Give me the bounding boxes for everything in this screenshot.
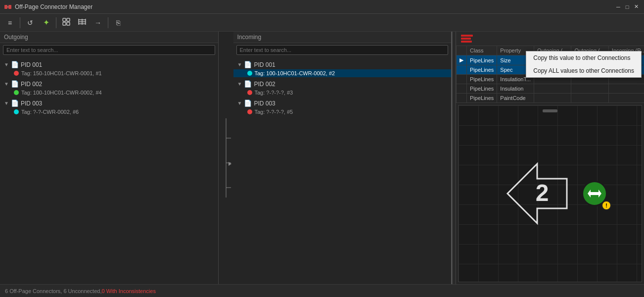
outgoing-tree: ▼ 📄 PID 001 Tag: 150-10HC01-CWR-0001, #1… <box>0 57 218 284</box>
row-class: PipeLines <box>467 84 497 94</box>
status-dot-red <box>247 109 252 114</box>
row-class: PipeLines <box>467 75 497 84</box>
row-class: PipeLines <box>467 94 497 103</box>
separator-2 <box>56 17 56 28</box>
incoming-item-1-1[interactable]: Tag: 100-10HC01-CWR-0002, #2 <box>233 69 452 77</box>
svg-marker-17 <box>229 162 231 166</box>
row-outgoing1 <box>534 84 571 94</box>
row-outgoing2 <box>571 84 608 94</box>
maximize-button[interactable]: □ <box>623 3 631 11</box>
svg-text:2: 2 <box>536 180 549 206</box>
tree-arrow: ▼ <box>4 62 9 67</box>
outgoing-group-header-1[interactable]: ▼ 📄 PID 001 <box>0 60 218 69</box>
status-dot-green <box>14 90 19 95</box>
row-arrow <box>457 94 467 103</box>
outgoing-group-header-2[interactable]: ▼ 📄 PID 002 <box>0 79 218 89</box>
col-arrow-header <box>457 46 467 55</box>
row-outgoing2 <box>571 94 608 103</box>
separator-1 <box>20 17 20 28</box>
copy-value-menu-item[interactable]: Copy this value to other Connections <box>526 51 641 64</box>
outgoing-header: Outgoing <box>0 32 218 43</box>
incoming-group-2: ▼ 📄 PID 002 Tag: ?-?-?-?, #3 <box>233 78 452 98</box>
tag-label: Tag: 100-10HC01-CWR-0002, #2 <box>255 70 335 76</box>
group-label-1: PID 001 <box>21 61 42 68</box>
row-class: PipeLines <box>467 55 497 65</box>
left-panels: Outgoing ▼ 📄 PID 001 Tag: 150-10HC01-CWR… <box>0 32 452 284</box>
separator-3 <box>108 17 108 28</box>
arrow-button[interactable]: → <box>91 16 105 30</box>
window-controls: ─ □ ✕ <box>614 3 640 11</box>
outgoing-group-header-3[interactable]: ▼ 📄 PID 003 <box>0 99 218 108</box>
incoming-item-3-1[interactable]: Tag: ?-?-?-?, #5 <box>233 108 452 116</box>
arrow-icon: → <box>94 19 101 27</box>
svg-rect-1 <box>8 5 11 9</box>
table-row[interactable]: PipeLines PaintCode <box>457 94 644 103</box>
preview-content: 2 ! <box>459 105 642 282</box>
row-incoming <box>608 84 644 94</box>
incoming-group-label-2: PID 002 <box>254 81 275 88</box>
tree-arrow: ▼ <box>237 62 242 67</box>
group-label-3: PID 003 <box>21 100 42 107</box>
outgoing-item-2-1[interactable]: Tag: 100-10HC01-CWR-0002, #4 <box>0 89 218 97</box>
outgoing-group-1: ▼ 📄 PID 001 Tag: 150-10HC01-CWR-0001, #1 <box>0 59 218 78</box>
minimize-button[interactable]: ─ <box>614 3 622 11</box>
outgoing-panel: Outgoing ▼ 📄 PID 001 Tag: 150-10HC01-CWR… <box>0 32 219 284</box>
status-dot-red <box>247 90 252 95</box>
outgoing-item-3-1[interactable]: Tag: ?-?-CWR-0002, #6 <box>0 108 218 116</box>
group-label-2: PID 002 <box>21 81 42 88</box>
status-dot-red <box>14 71 19 76</box>
outgoing-item-1-1[interactable]: Tag: 150-10HC01-CWR-0001, #1 <box>0 69 218 77</box>
svg-rect-5 <box>63 22 66 25</box>
incoming-group-label-1: PID 001 <box>254 61 275 68</box>
connector-svg: 2 <box>493 154 592 233</box>
tag-label: Tag: ?-?-CWR-0002, #6 <box>21 109 79 115</box>
outgoing-group-2: ▼ 📄 PID 002 Tag: 100-10HC01-CWR-0002, #4 <box>0 78 218 98</box>
icon-bar-1 <box>461 35 473 37</box>
row-outgoing1 <box>534 94 571 103</box>
folder-icon: 📄 <box>11 80 19 88</box>
svg-rect-0 <box>4 5 7 9</box>
copy-all-menu-item[interactable]: Copy ALL values to other Connections <box>526 64 641 77</box>
incoming-search[interactable] <box>236 45 449 55</box>
tag-label: Tag: 100-10HC01-CWR-0002, #4 <box>21 90 102 96</box>
icon-bar-2 <box>461 38 471 40</box>
menu-button[interactable]: ≡ <box>3 16 17 30</box>
add-icon: ✦ <box>43 18 49 27</box>
row-property: Insulation <box>497 84 534 94</box>
copy-button[interactable]: ⎘ <box>111 16 125 30</box>
status-dot-cyan <box>14 109 19 114</box>
grid1-button[interactable] <box>59 16 73 30</box>
connector-arrow-area <box>219 32 233 284</box>
main-content: Outgoing ▼ 📄 PID 001 Tag: 150-10HC01-CWR… <box>0 32 644 284</box>
folder-icon: 📄 <box>244 80 252 88</box>
app-icon <box>4 3 12 11</box>
incoming-group-header-1[interactable]: ▼ 📄 PID 001 <box>233 60 452 69</box>
table-row[interactable]: PipeLines Insulation <box>457 84 644 94</box>
row-arrow <box>457 75 467 84</box>
refresh-icon: ↺ <box>27 19 33 27</box>
close-button[interactable]: ✕ <box>632 3 640 11</box>
copy-icon: ⎘ <box>116 19 120 27</box>
incoming-group-label-3: PID 003 <box>254 100 275 107</box>
preview-area: 2 ! <box>458 105 642 282</box>
incoming-item-2-1[interactable]: Tag: ?-?-?-?, #3 <box>233 89 452 97</box>
refresh-button[interactable]: ↺ <box>23 16 37 30</box>
add-button[interactable]: ✦ <box>39 16 53 30</box>
tree-arrow: ▼ <box>4 81 9 87</box>
tree-arrow: ▼ <box>4 100 9 106</box>
status-text-highlight: 0 With Inconsistencies <box>101 288 155 294</box>
folder-icon: 📄 <box>244 99 252 107</box>
incoming-tree: ▼ 📄 PID 001 Tag: 100-10HC01-CWR-0002, #2… <box>233 57 452 284</box>
icon-bar-3 <box>461 41 472 43</box>
status-bar: 6 Off-Page Connectors, 6 Unconnected, 0 … <box>0 284 644 297</box>
outgoing-search[interactable] <box>3 45 215 55</box>
folder-icon: 📄 <box>11 99 19 107</box>
incoming-group-header-2[interactable]: ▼ 📄 PID 002 <box>233 79 452 89</box>
incoming-group-header-3[interactable]: ▼ 📄 PID 003 <box>233 99 452 108</box>
tree-arrow: ▼ <box>237 81 242 87</box>
window-title: Off-Page Connector Manager <box>15 3 614 10</box>
svg-rect-6 <box>67 22 70 25</box>
row-arrow <box>457 65 467 75</box>
incoming-panel: Incoming ▼ 📄 PID 001 Tag: 100-10HC01-CWR… <box>233 32 452 284</box>
grid2-button[interactable] <box>75 16 89 30</box>
